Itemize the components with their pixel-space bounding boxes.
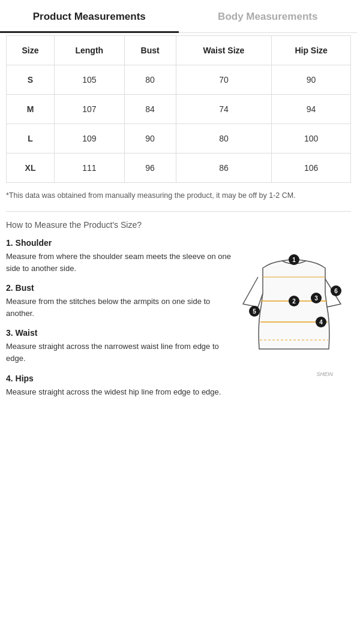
- measure-content: 1. Shoulder Measure from where the shoul…: [6, 238, 351, 407]
- cell-hip: 94: [272, 95, 351, 124]
- col-header-bust: Bust: [124, 36, 176, 65]
- tab-product-measurements[interactable]: Product Measurements: [0, 0, 179, 33]
- table-row: L 109 90 80 100: [7, 124, 351, 154]
- col-header-hip: Hip Size: [272, 36, 351, 65]
- cell-length: 111: [55, 154, 124, 183]
- cell-waist: 80: [176, 124, 272, 154]
- measure-item-4: 4. Hips Measure straight across the wide…: [6, 374, 234, 398]
- how-to-title: How to Measure the Product's Size?: [6, 220, 351, 230]
- measure-item-desc-3: Measure straight across the narrowest wa…: [6, 341, 234, 365]
- col-header-length: Length: [55, 36, 124, 65]
- svg-text:3: 3: [314, 295, 318, 302]
- dress-svg: 1 2 3 4 5: [240, 244, 348, 382]
- measurements-table-section: Size Length Bust Waist Size Hip Size S 1…: [0, 35, 357, 183]
- measure-item-title-4: 4. Hips: [6, 374, 234, 383]
- cell-size: XL: [7, 154, 55, 183]
- table-header-row: Size Length Bust Waist Size Hip Size: [7, 36, 351, 65]
- svg-text:6: 6: [334, 288, 338, 294]
- table-row: S 105 80 70 90: [7, 65, 351, 95]
- table-row: M 107 84 74 94: [7, 95, 351, 124]
- cell-hip: 100: [272, 124, 351, 154]
- cell-bust: 96: [124, 154, 176, 183]
- cell-bust: 80: [124, 65, 176, 95]
- tab-body-measurements[interactable]: Body Measurements: [179, 0, 358, 32]
- cell-bust: 90: [124, 124, 176, 154]
- measure-item-1: 1. Shoulder Measure from where the shoul…: [6, 238, 234, 275]
- measure-item-2: 2. Bust Measure from the stitches below …: [6, 283, 234, 320]
- measure-item-3: 3. Waist Measure straight across the nar…: [6, 328, 234, 365]
- measurement-note: *This data was obtained from manually me…: [0, 183, 357, 207]
- dress-diagram-container: 1 2 3 4 5: [240, 238, 351, 407]
- svg-text:2: 2: [292, 298, 296, 305]
- main-container: Product Measurements Body Measurements S…: [0, 0, 357, 644]
- cell-length: 109: [55, 124, 124, 154]
- table-row: XL 111 96 86 106: [7, 154, 351, 183]
- dress-diagram: 1 2 3 4 5: [240, 244, 348, 382]
- cell-waist: 70: [176, 65, 272, 95]
- svg-text:SHEIN: SHEIN: [316, 371, 333, 377]
- cell-size: S: [7, 65, 55, 95]
- cell-size: L: [7, 124, 55, 154]
- svg-text:5: 5: [253, 308, 256, 315]
- svg-text:4: 4: [319, 319, 323, 326]
- measure-item-title-3: 3. Waist: [6, 328, 234, 338]
- cell-length: 105: [55, 65, 124, 95]
- measure-item-desc-4: Measure straight across the widest hip l…: [6, 386, 234, 398]
- col-header-waist: Waist Size: [176, 36, 272, 65]
- svg-text:1: 1: [292, 257, 296, 263]
- measure-item-title-2: 2. Bust: [6, 283, 234, 293]
- cell-hip: 106: [272, 154, 351, 183]
- section-divider: [6, 211, 351, 212]
- measure-item-title-1: 1. Shoulder: [6, 238, 234, 248]
- tab-header: Product Measurements Body Measurements: [0, 0, 357, 33]
- measure-item-desc-1: Measure from where the shoulder seam mee…: [6, 251, 234, 275]
- how-to-section: How to Measure the Product's Size? 1. Sh…: [0, 220, 357, 419]
- cell-hip: 90: [272, 65, 351, 95]
- cell-bust: 84: [124, 95, 176, 124]
- measure-text-list: 1. Shoulder Measure from where the shoul…: [6, 238, 234, 407]
- cell-waist: 86: [176, 154, 272, 183]
- measurements-table: Size Length Bust Waist Size Hip Size S 1…: [6, 35, 351, 183]
- measure-item-desc-2: Measure from the stitches below the armp…: [6, 296, 234, 320]
- cell-length: 107: [55, 95, 124, 124]
- cell-waist: 74: [176, 95, 272, 124]
- cell-size: M: [7, 95, 55, 124]
- col-header-size: Size: [7, 36, 55, 65]
